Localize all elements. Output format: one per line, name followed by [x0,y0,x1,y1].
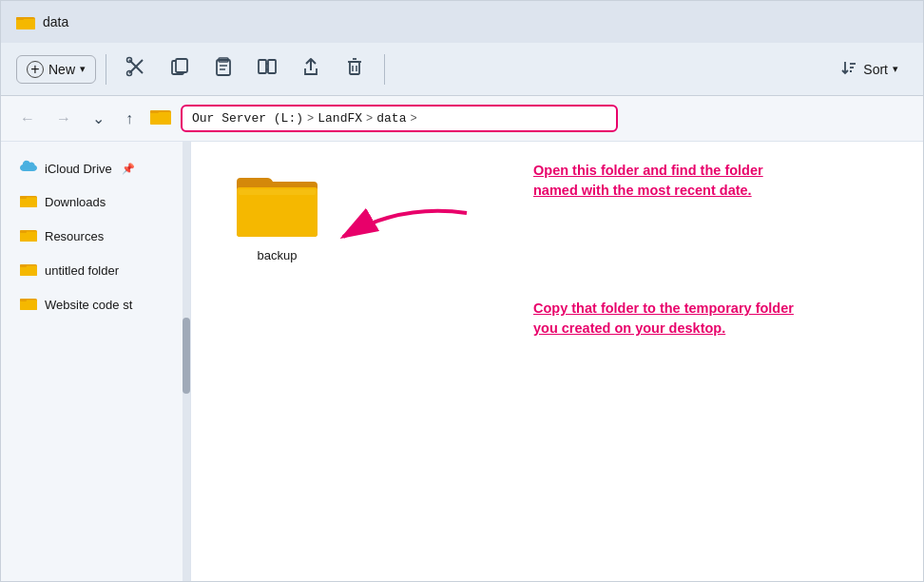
new-label: New [48,62,75,77]
svg-rect-33 [20,230,27,233]
address-bar-row: ← → ⌄ ↑ Our Server (L:) > LandFX > data … [1,96,923,142]
svg-rect-27 [150,110,159,113]
sidebar-scrollbar-thumb[interactable] [183,318,190,394]
file-area: backup Open this folder and find the fol… [191,142,923,581]
sidebar-item-resources[interactable]: Resources [5,220,186,253]
sort-button[interactable]: Sort ▾ [830,52,908,86]
breadcrumb-sep-1: > [307,112,314,126]
paste-button[interactable] [203,50,243,87]
svg-rect-32 [20,232,37,242]
svg-rect-38 [20,301,37,311]
rename-icon [257,56,278,82]
website-code-folder-icon [20,296,37,314]
toolbar: + New ▾ [1,43,923,96]
svg-rect-17 [350,62,359,74]
svg-rect-26 [150,112,171,125]
sidebar-item-downloads[interactable]: Downloads [5,185,186,219]
svg-rect-30 [20,196,27,199]
file-explorer-window: data + New ▾ [0,0,924,582]
paste-icon [213,56,234,82]
untitled-folder-icon [20,262,37,280]
toolbar-divider-1 [106,54,106,85]
svg-rect-1 [16,19,35,29]
sort-icon [839,58,858,80]
resources-label: Resources [45,229,104,243]
up-button[interactable]: ↑ [118,107,141,131]
address-folder-icon [150,107,171,129]
title-bar: data [1,1,923,43]
title-folder-icon [16,14,35,29]
svg-rect-39 [20,299,27,301]
sidebar: iCloud Drive 📌 Downloads [1,142,191,581]
svg-rect-13 [259,60,266,73]
svg-rect-36 [20,264,27,267]
breadcrumb-server: Our Server (L:) [192,111,303,126]
cut-icon [125,56,146,82]
cut-button[interactable] [116,50,156,87]
svg-rect-8 [176,59,187,72]
annotation-arrow [324,194,476,251]
dropdown-nav-button[interactable]: ⌄ [85,106,112,131]
cloud-icon [20,160,37,177]
svg-rect-14 [268,60,276,73]
website-code-label: Website code st [45,298,132,312]
sidebar-item-website-code[interactable]: Website code st [5,288,186,321]
forward-button[interactable]: → [48,107,79,131]
content-area: iCloud Drive 📌 Downloads [1,142,923,581]
downloads-folder-icon [20,193,37,211]
new-button[interactable]: + New ▾ [16,55,96,84]
share-icon [300,56,321,82]
up-icon: ↑ [125,110,133,126]
svg-rect-42 [239,189,316,195]
sidebar-item-untitled[interactable]: untitled folder [5,254,186,287]
svg-rect-35 [20,266,37,277]
svg-rect-2 [16,17,24,20]
breadcrumb-data: data [376,111,406,126]
copy-button[interactable] [160,50,200,87]
delete-button[interactable] [335,50,375,87]
pin-icon: 📌 [122,163,135,175]
new-plus-icon: + [27,61,44,78]
folder-item-backup[interactable]: backup [229,161,325,270]
annotation-text-1: Open this folder and find the folder nam… [533,161,809,201]
downloads-label: Downloads [45,195,106,209]
breadcrumb-sep-2: > [366,112,373,126]
breadcrumb-sep-3: > [410,112,416,126]
address-bar[interactable]: Our Server (L:) > LandFX > data > [181,105,618,132]
share-button[interactable] [291,50,331,87]
rename-button[interactable] [247,50,287,87]
sidebar-item-icloud-drive[interactable]: iCloud Drive 📌 [5,152,186,184]
back-icon: ← [20,110,35,126]
breadcrumb-landfx: LandFX [318,111,362,126]
backup-label: backup [258,248,298,262]
sort-label: Sort [863,62,888,77]
icloud-drive-label: iCloud Drive [45,162,112,176]
delete-icon [344,56,365,82]
sidebar-scrollbar-track[interactable] [183,142,190,581]
new-dropdown-icon: ▾ [80,63,86,75]
forward-icon: → [56,110,71,126]
back-button[interactable]: ← [12,107,43,131]
sort-dropdown-icon: ▾ [893,63,898,75]
copy-icon [169,56,190,82]
annotation-text-2: Copy that folder to the temporary folder… [533,299,809,339]
resources-folder-icon [20,227,37,245]
toolbar-divider-2 [384,54,385,85]
window-title: data [43,14,68,29]
backup-folder-icon [237,168,318,241]
untitled-folder-label: untitled folder [45,263,119,278]
dropdown-nav-icon: ⌄ [92,110,105,126]
svg-rect-29 [20,198,37,208]
